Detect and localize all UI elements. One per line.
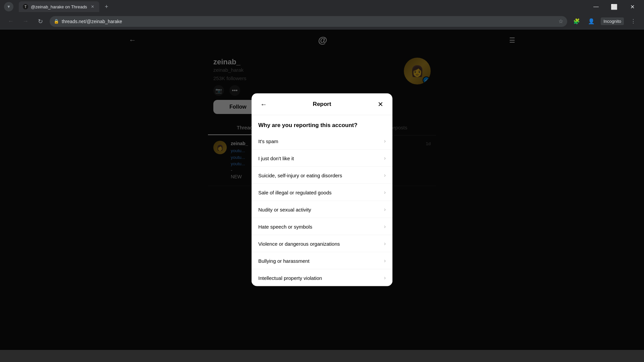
browser-titlebar: ▼ T @zeinab_harake on Threads ✕ + — ⬜ ✕ [0, 0, 644, 13]
url-bar[interactable]: 🔒 threads.net/@zeinab_harake ☆ [50, 16, 567, 27]
chevron-right-icon: › [384, 155, 386, 161]
chevron-right-icon: › [384, 258, 386, 264]
chevron-right-icon: › [384, 172, 386, 178]
tab-close-button[interactable]: ✕ [90, 4, 95, 9]
bookmark-star-icon[interactable]: ☆ [558, 18, 563, 24]
report-option-label-spam: It's spam [258, 138, 278, 144]
modal-body: Why are you reporting this account? It's… [252, 115, 392, 286]
browser-profile-icon[interactable]: 👤 [586, 16, 597, 27]
active-tab[interactable]: T @zeinab_harake on Threads ✕ [19, 1, 99, 12]
browser-chrome: ▼ T @zeinab_harake on Threads ✕ + — ⬜ ✕ … [0, 0, 644, 29]
back-button[interactable]: ← [5, 16, 16, 27]
report-option-label-violence: Violence or dangerous organizations [258, 241, 340, 246]
report-option-suicide[interactable]: Suicide, self-injury or eating disorders… [252, 167, 392, 184]
address-bar: ← → ↻ 🔒 threads.net/@zeinab_harake ☆ 🧩 👤… [0, 13, 644, 29]
report-option-label-nudity: Nudity or sexual activity [258, 206, 311, 212]
modal-header: ← Report ✕ [252, 94, 392, 115]
report-option-violence[interactable]: Violence or dangerous organizations› [252, 235, 392, 252]
forward-button[interactable]: → [20, 16, 31, 27]
close-window-button[interactable]: ✕ [625, 2, 640, 11]
report-option-ip-violation[interactable]: Intellectual property violation› [252, 269, 392, 286]
extensions-icon[interactable]: 🧩 [571, 16, 582, 27]
modal-title: Report [313, 101, 331, 108]
lock-icon: 🔒 [54, 19, 59, 24]
modal-back-button[interactable]: ← [258, 99, 269, 110]
report-option-label-bullying: Bullying or harassment [258, 258, 310, 263]
report-option-nudity[interactable]: Nudity or sexual activity› [252, 201, 392, 218]
url-text: threads.net/@zeinab_harake [62, 19, 556, 24]
report-option-bullying[interactable]: Bullying or harassment› [252, 252, 392, 269]
report-option-label-ip-violation: Intellectual property violation [258, 275, 322, 281]
window-controls: — ⬜ ✕ [588, 2, 640, 11]
report-option-label-dont-like: I just don't like it [258, 155, 294, 161]
chevron-right-icon: › [384, 241, 386, 247]
page-content: ← @ ☰ zeinab_ zeinab_harak 253K follower… [0, 29, 644, 350]
tab-title: @zeinab_harake on Threads [31, 4, 87, 9]
report-options-list: It's spam›I just don't like it›Suicide, … [252, 133, 392, 286]
report-option-hate-speech[interactable]: Hate speech or symbols› [252, 218, 392, 235]
chevron-right-icon: › [384, 224, 386, 230]
report-option-illegal-goods[interactable]: Sale of illegal or regulated goods› [252, 184, 392, 201]
reload-button[interactable]: ↻ [35, 16, 46, 27]
report-modal: ← Report ✕ Why are you reporting this ac… [252, 94, 392, 286]
more-options-button[interactable]: ⋮ [628, 16, 639, 27]
chevron-right-icon: › [384, 189, 386, 195]
chevron-right-icon: › [384, 275, 386, 281]
tab-switcher-button[interactable]: ▼ [4, 2, 13, 11]
chevron-right-icon: › [384, 206, 386, 213]
chevron-right-icon: › [384, 138, 386, 144]
modal-question: Why are you reporting this account? [252, 115, 392, 133]
tab-switcher-area: ▼ [4, 2, 13, 11]
new-tab-button[interactable]: + [102, 2, 111, 11]
minimize-button[interactable]: — [588, 2, 604, 11]
report-option-dont-like[interactable]: I just don't like it› [252, 150, 392, 167]
maximize-button[interactable]: ⬜ [606, 2, 622, 11]
tab-favicon: T [23, 4, 28, 9]
report-option-label-suicide: Suicide, self-injury or eating disorders [258, 172, 342, 178]
incognito-badge: Incognito [601, 17, 624, 25]
report-option-label-illegal-goods: Sale of illegal or regulated goods [258, 189, 331, 195]
modal-close-button[interactable]: ✕ [375, 99, 386, 110]
report-option-label-hate-speech: Hate speech or symbols [258, 224, 312, 229]
report-option-spam[interactable]: It's spam› [252, 133, 392, 150]
